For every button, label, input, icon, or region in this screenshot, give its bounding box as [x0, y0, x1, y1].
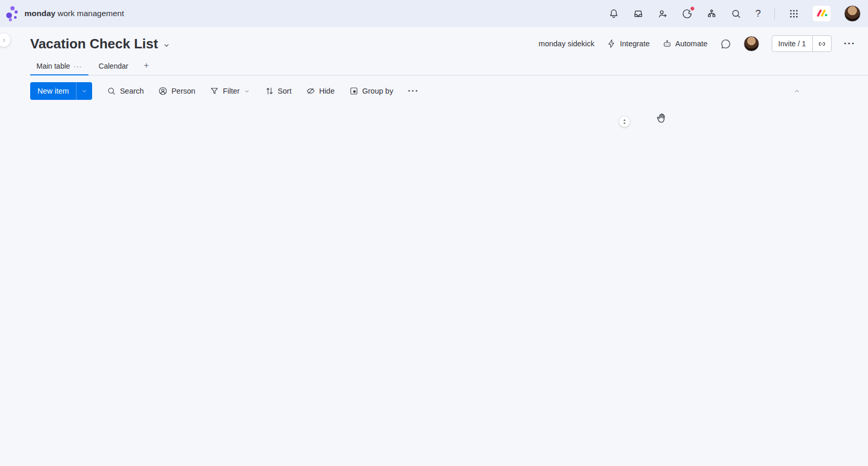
- sort-label: Sort: [278, 87, 292, 95]
- notification-dot: [690, 6, 695, 11]
- hide-label: Hide: [319, 87, 335, 95]
- notifications-icon[interactable]: [608, 8, 619, 19]
- button-divider: [812, 36, 813, 51]
- eye-off-icon: [306, 86, 315, 96]
- chevron-up-icon: [793, 87, 801, 95]
- hand-cursor-icon: [655, 111, 669, 125]
- brand-bold: monday: [24, 9, 55, 18]
- automate-button[interactable]: Automate: [662, 39, 708, 48]
- board-title-menu[interactable]: Vacation Check List: [30, 36, 171, 52]
- person-filter-button[interactable]: Person: [158, 86, 195, 96]
- monday-product-icon[interactable]: [813, 6, 831, 21]
- inbox-icon[interactable]: [633, 8, 644, 19]
- share-link-icon: [818, 40, 826, 48]
- sidekick-sparkle-icon: [526, 39, 535, 48]
- chat-bubble-icon: [720, 38, 731, 49]
- tab-main-table[interactable]: Main table ···: [30, 58, 88, 75]
- tab-calendar-label: Calendar: [99, 62, 129, 70]
- tab-main-table-label: Main table: [36, 62, 70, 70]
- tab-calendar[interactable]: Calendar: [93, 58, 135, 75]
- filter-label: Filter: [223, 87, 239, 95]
- search-icon[interactable]: [731, 8, 742, 19]
- invite-members-icon[interactable]: [657, 8, 668, 19]
- search-label: Search: [120, 87, 144, 95]
- chevron-down-icon: [81, 87, 88, 95]
- search-button[interactable]: Search: [107, 86, 144, 96]
- new-item-dropdown[interactable]: [76, 82, 92, 100]
- monday-logo-icon: [6, 6, 20, 21]
- group-by-button[interactable]: Group by: [349, 86, 393, 96]
- person-icon: [158, 86, 168, 96]
- automate-label: Automate: [675, 40, 708, 48]
- search-icon: [107, 86, 116, 96]
- board-title: Vacation Check List: [30, 36, 158, 52]
- add-view-button[interactable]: +: [138, 57, 154, 75]
- collapse-toolbar-button[interactable]: [790, 84, 803, 98]
- monday-brand[interactable]: monday work management: [6, 6, 124, 21]
- marketplace-icon[interactable]: [682, 8, 693, 19]
- group-by-icon: [349, 86, 359, 96]
- board-owner-avatar[interactable]: [744, 36, 759, 51]
- integrate-button[interactable]: Integrate: [607, 39, 649, 48]
- sidekick-label: monday sidekick: [539, 40, 594, 48]
- invite-label: Invite / 1: [772, 40, 812, 48]
- integrate-label: Integrate: [620, 40, 649, 48]
- user-avatar[interactable]: [844, 5, 861, 22]
- new-item-label: New item: [30, 82, 76, 100]
- board-toolbar: New item Search Person Filter Sort Hide …: [30, 82, 856, 100]
- column-sort-indicator[interactable]: [619, 116, 630, 127]
- board-menu-button[interactable]: ···: [844, 38, 856, 49]
- sort-arrows-icon: [265, 86, 274, 96]
- filter-button[interactable]: Filter: [210, 86, 250, 96]
- new-item-button[interactable]: New item: [30, 82, 92, 100]
- hide-button[interactable]: Hide: [306, 86, 335, 96]
- chevron-down-icon: [162, 41, 171, 49]
- brand-rest: work management: [58, 9, 124, 18]
- integrate-bolt-icon: [607, 39, 616, 48]
- board-chat-button[interactable]: [720, 38, 731, 49]
- topbar-divider: [774, 8, 775, 19]
- apps-grid-icon[interactable]: [788, 8, 799, 19]
- help-icon[interactable]: ?: [755, 8, 761, 19]
- toolbar-more-button[interactable]: ···: [408, 86, 419, 96]
- monday-sidekick-button[interactable]: monday sidekick: [526, 39, 594, 48]
- view-tabs: Main table ··· Calendar +: [30, 57, 868, 75]
- org-chart-icon[interactable]: [706, 8, 717, 19]
- sort-button[interactable]: Sort: [265, 86, 292, 96]
- platform-topbar: monday work management ?: [0, 0, 868, 27]
- chevron-down-icon: [244, 88, 250, 95]
- person-label: Person: [171, 87, 195, 95]
- automate-robot-icon: [662, 39, 672, 48]
- tab-menu-icon[interactable]: ···: [74, 62, 82, 70]
- brand-text: monday work management: [24, 9, 124, 18]
- funnel-icon: [210, 86, 219, 96]
- invite-button[interactable]: Invite / 1: [772, 35, 832, 52]
- group-by-label: Group by: [362, 87, 393, 95]
